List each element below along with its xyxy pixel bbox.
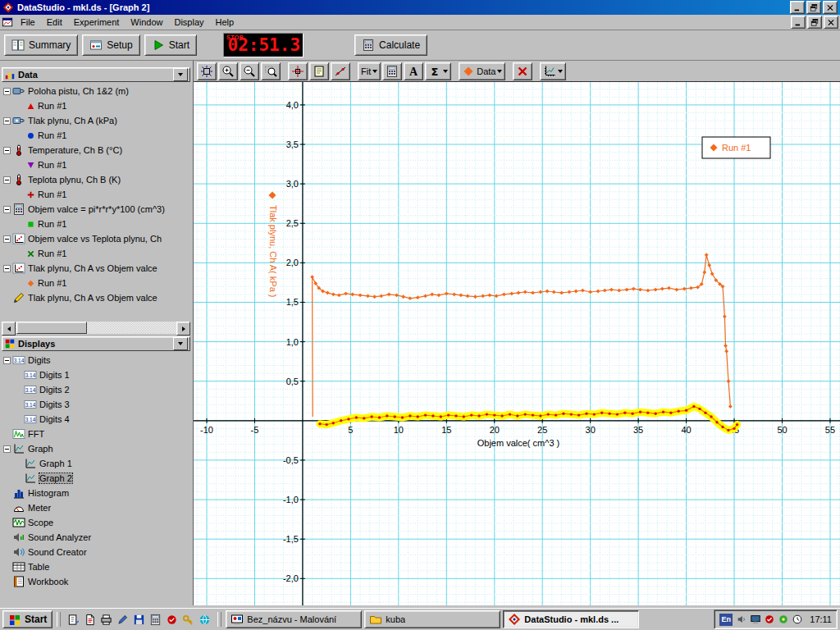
run-item[interactable]: Run #1 [2,98,190,113]
menu-window[interactable]: Window [125,16,168,29]
data-item-temperature-ch-b-c[interactable]: Temperature, Ch B (°C) [2,143,190,158]
zoom-out-button[interactable] [240,62,259,80]
tree-expander[interactable] [3,206,11,213]
graph-canvas[interactable]: -10-55101520253035404550554,03,53,02,52,… [194,82,840,605]
quick-launch-globe-icon[interactable] [199,614,211,626]
calculate-button[interactable]: Calculate [354,34,427,56]
tree-expander[interactable] [3,88,11,95]
quick-launch-printer-icon[interactable] [100,614,112,626]
quick-launch-antivirus-icon[interactable] [166,614,178,626]
tree-expander[interactable] [3,147,11,154]
graph-settings-button[interactable] [540,62,566,80]
run-item[interactable]: Run #1 [2,128,190,143]
tray-display-icon[interactable] [750,614,761,625]
display-item-graph-2[interactable]: Graph 2 [2,471,190,486]
tree-expander[interactable] [3,176,11,184]
quick-launch-notes-icon[interactable] [67,614,80,626]
tray-volume-icon[interactable] [736,614,747,625]
tray-messenger-icon[interactable] [778,614,789,625]
display-item-workbook[interactable]: Workbook [2,574,190,589]
scroll-right-button[interactable] [176,322,190,336]
data-panel-menu-button[interactable] [173,68,188,81]
display-item-sound-creator[interactable]: Sound Creator [2,545,190,559]
display-item-graph-1[interactable]: Graph 1 [2,456,190,471]
data-panel-header[interactable]: Data [2,67,190,82]
run-item[interactable]: Run #1 [2,276,190,290]
quick-launch-keys-icon[interactable] [182,614,194,626]
calculator-tool-button[interactable] [382,62,402,80]
display-item-histogram[interactable]: Histogram [2,486,190,500]
start-button[interactable]: Start [144,34,197,56]
display-item-digits-1[interactable]: 3.14Digits 1 [2,368,190,382]
slope-tool-button[interactable] [331,62,350,80]
displays-panel-menu-button[interactable] [173,337,188,350]
scrollbar-thumb[interactable] [16,322,87,334]
display-item-sound-analyzer[interactable]: Sound Analyzer [2,530,190,545]
display-item-digits-2[interactable]: 3.14Digits 2 [2,382,190,397]
menu-help[interactable]: Help [210,16,240,29]
quick-launch-calculator-icon[interactable] [149,614,162,626]
display-item-digits-3[interactable]: 3.14Digits 3 [2,397,190,412]
display-item-table[interactable]: Table [2,559,190,574]
zoom-select-button[interactable] [261,62,281,80]
data-item-tlak-plynu-ch-a-vs-objem-valce[interactable]: Tlak plynu, Ch A vs Objem valce [2,290,190,305]
text-annotation-button[interactable]: A [404,62,423,80]
scroll-left-button[interactable] [2,322,16,336]
data-menu-button[interactable]: Data [459,62,505,80]
data-item-objem-valce-vs-teplota-plynu-ch[interactable]: Objem valce vs Teplota plynu, Ch [2,231,190,246]
menu-display[interactable]: Display [168,16,209,29]
quick-launch-document-icon[interactable] [84,614,96,626]
display-item-fft[interactable]: FFT [2,427,190,441]
data-item-teplota-plynu-ch-b-k[interactable]: Teplota plynu, Ch B (K) [2,172,190,187]
menu-edit[interactable]: Edit [41,16,68,29]
graph-document-icon[interactable] [2,16,13,28]
tree-expander[interactable] [3,117,11,125]
child-minimize-button[interactable] [791,16,806,29]
data-item-tlak-plynu-ch-a-vs-objem-valce[interactable]: Tlak plynu, Ch A vs Objem valce [2,261,190,276]
tray-scheduler-icon[interactable] [792,614,803,625]
run-item[interactable]: Run #1 [2,187,190,202]
remove-data-button[interactable] [513,62,532,80]
menu-experiment[interactable]: Experiment [68,16,126,29]
task-button-kuba[interactable]: kuba [364,610,500,628]
quick-launch-floppy-icon[interactable] [133,614,145,626]
display-item-scope[interactable]: Scope [2,515,190,530]
quick-launch-pen-icon[interactable] [116,614,129,626]
task-button-bez-n-zvu-malov-n[interactable]: Bez_názvu - Malování [226,610,362,628]
start-menu-button[interactable]: Start [2,610,52,628]
data-tree-scrollbar[interactable] [2,322,190,334]
menu-file[interactable]: File [15,16,41,29]
display-item-graph[interactable]: Graph [2,441,190,456]
minimize-button[interactable] [790,1,805,14]
child-close-button[interactable] [824,16,838,29]
setup-button[interactable]: Setup [82,34,139,56]
tray-antivirus-icon[interactable] [764,614,775,625]
data-item-poloha-pistu-ch-1-2-m[interactable]: Poloha pistu, Ch 1&2 (m) [2,84,190,98]
scrollbar-track[interactable] [16,322,176,334]
zoom-in-button[interactable] [218,62,238,80]
tree-expander[interactable] [3,357,11,364]
fit-menu-button[interactable]: Fit [358,62,381,80]
display-item-digits[interactable]: 3.14Digits [2,353,190,368]
data-item-tlak-plynu-ch-a-kpa[interactable]: Tlak plynu, Ch A (kPa) [2,113,190,128]
statistics-menu-button[interactable]: Σ [425,62,451,80]
child-restore-button[interactable] [807,16,822,29]
close-button[interactable] [823,1,838,14]
run-item[interactable]: Run #1 [2,158,190,172]
scale-to-fit-button[interactable] [197,62,217,80]
tree-expander[interactable] [3,445,11,453]
displays-panel-header[interactable]: Displays [2,336,190,351]
graph-display-area[interactable]: -10-55101520253035404550554,03,53,02,52,… [194,82,840,605]
display-item-digits-4[interactable]: 3.14Digits 4 [2,412,190,427]
smart-tool-button[interactable] [288,62,308,80]
tree-expander[interactable] [3,265,11,272]
taskbar-clock[interactable]: 17:11 [810,614,832,624]
note-tool-button[interactable] [309,62,329,80]
keyboard-layout-indicator[interactable]: En [719,614,733,626]
summary-button[interactable]: Summary [4,34,78,56]
restore-button[interactable] [806,1,821,14]
tree-expander[interactable] [3,235,11,243]
task-button-datastudio-mkl-ds[interactable]: DataStudio - mkl.ds ... [503,610,639,628]
run-item[interactable]: Run #1 [2,217,190,231]
display-item-meter[interactable]: Meter [2,500,190,515]
